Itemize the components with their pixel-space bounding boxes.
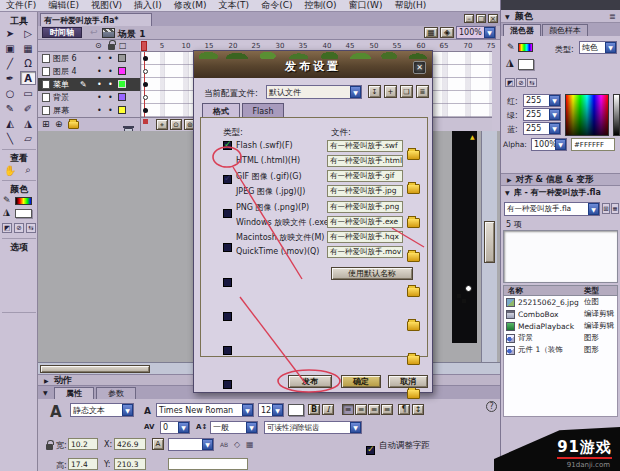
height-input[interactable]: 17.4	[68, 458, 98, 470]
keyframe-dot[interactable]	[143, 108, 148, 113]
layer-row[interactable]: 图层 4 • •	[38, 65, 140, 78]
url-link-input[interactable]	[168, 458, 248, 470]
layer-row[interactable]: 背景 • •	[38, 91, 140, 104]
format-checkbox-html[interactable]	[223, 175, 232, 184]
line-tool-icon[interactable]: ╱	[2, 56, 18, 70]
constrain-lock-icon[interactable]	[46, 444, 53, 450]
chevron-down-icon[interactable]: ▼	[549, 123, 560, 134]
menu-item-commands[interactable]: 命令(C)	[255, 0, 298, 12]
format-checkbox-windows[interactable]	[223, 312, 232, 321]
align-justify-button[interactable]: ≡	[381, 404, 393, 415]
chevron-down-icon[interactable]: ▼	[588, 203, 599, 215]
char-position-select[interactable]: 一般 ▼	[210, 421, 258, 434]
keyframe-dot[interactable]	[143, 82, 148, 87]
menu-item-file[interactable]: 文件(F)	[0, 0, 42, 12]
folder-browse-button[interactable]	[407, 184, 420, 194]
menu-item-view[interactable]: 视图(V)	[85, 0, 128, 12]
create-profile-button[interactable]: +	[384, 85, 397, 98]
edit-scene-icon[interactable]: ▦	[424, 27, 438, 38]
layer-name[interactable]: 屏幕	[53, 105, 69, 116]
library-item-row[interactable]: 元件 1（装饰 图形	[504, 344, 617, 356]
duplicate-profile-button[interactable]: ❏	[400, 85, 413, 98]
library-item-row[interactable]: MediaPlayback 编译剪辑	[504, 320, 617, 332]
menu-item-window[interactable]: 窗口(W)	[343, 0, 389, 12]
lock-dot[interactable]: •	[108, 80, 113, 89]
collapse-arrow-icon[interactable]: ▼	[505, 189, 510, 196]
letter-spacing-select[interactable]: 0 ▼	[160, 421, 190, 434]
collapse-arrow-icon[interactable]: ▼	[505, 13, 510, 20]
chevron-down-icon[interactable]: ▼	[178, 422, 189, 433]
menu-item-insert[interactable]: 插入(I)	[128, 0, 168, 12]
document-tab[interactable]: 有一种爱叫放手.fla*	[40, 13, 152, 26]
render-html-icon[interactable]: ◇	[234, 440, 240, 449]
tab-properties[interactable]: 属性	[54, 387, 94, 399]
file-input-flash[interactable]: 有一种爱叫放手.swf	[327, 140, 403, 152]
menu-item-text[interactable]: 文本(T)	[213, 0, 256, 12]
pencil-tool-icon[interactable]: ✎	[2, 101, 18, 115]
layer-name[interactable]: 图层 6	[53, 53, 77, 64]
no-color-icon[interactable]: ⊘	[14, 223, 24, 233]
format-checkbox-jpeg[interactable]	[223, 243, 232, 252]
lock-icon[interactable]	[108, 44, 115, 50]
visibility-dot[interactable]: •	[97, 80, 102, 89]
visibility-dot[interactable]: •	[97, 67, 102, 76]
layer-row[interactable]: 屏幕 • •	[38, 104, 140, 117]
insert-layer-button[interactable]: ⊞	[42, 119, 50, 129]
font-size-select[interactable]: 12 ▼	[258, 403, 284, 417]
chevron-down-icon[interactable]: ▼	[202, 439, 213, 450]
collapse-arrow-icon[interactable]: ▶	[44, 377, 49, 384]
layer-row[interactable]: 图层 6 • •	[38, 52, 140, 65]
bold-button[interactable]: B	[308, 404, 320, 415]
color-type-select[interactable]: 纯色 ▼	[579, 41, 617, 54]
menu-item-edit[interactable]: 编辑(E)	[42, 0, 85, 12]
fill-color-swatch[interactable]	[15, 209, 32, 218]
color-panel-header[interactable]: ▼ 颜色 ≣	[501, 10, 620, 23]
format-checkbox-quicktime[interactable]	[223, 380, 232, 389]
align-info-transform-bar[interactable]: ▶ 对齐 & 信息 & 变形	[501, 173, 620, 186]
timeline-toggle-button[interactable]: 时间轴	[42, 27, 82, 38]
align-center-button[interactable]: ≡	[355, 404, 367, 415]
default-colors-icon[interactable]: ◩	[2, 223, 12, 233]
center-frame-button[interactable]: ⌖	[156, 119, 168, 130]
hand-tool-icon[interactable]: ✋	[2, 163, 18, 177]
dialog-title-bar[interactable]: 发布设置 ✕	[194, 51, 432, 78]
column-header-name[interactable]: 名称	[508, 286, 523, 296]
column-header-type[interactable]: 类型	[584, 286, 599, 296]
restore-button[interactable]: □	[476, 14, 486, 23]
insert-layer-folder-button[interactable]	[68, 121, 79, 129]
oval-tool-icon[interactable]: ○	[2, 86, 18, 100]
layer-row-selected[interactable]: 菜单 ✎ • •	[38, 78, 140, 91]
chevron-down-icon[interactable]: ▼	[549, 95, 560, 106]
no-color-icon[interactable]: ⊘	[516, 78, 526, 87]
menu-item-control[interactable]: 控制(O)	[298, 0, 342, 12]
layer-color-swatch[interactable]	[118, 80, 126, 88]
chevron-down-icon[interactable]: ▼	[555, 139, 566, 150]
scrollbar-thumb[interactable]	[40, 365, 150, 373]
text-color-swatch[interactable]	[288, 404, 304, 416]
layer-color-swatch[interactable]	[118, 54, 126, 62]
fill-color-swatch[interactable]	[518, 59, 534, 70]
lock-dot[interactable]: •	[108, 106, 113, 115]
align-left-button[interactable]: ≡	[342, 404, 354, 415]
tab-flash[interactable]: Flash	[242, 103, 284, 118]
format-checkbox-macintosh[interactable]	[223, 346, 232, 355]
folder-browse-button[interactable]	[407, 321, 420, 331]
text-type-select[interactable]: 静态文本 ▼	[70, 403, 134, 417]
x-input[interactable]: 426.9	[114, 438, 146, 450]
file-input-quicktime[interactable]: 有一种爱叫放手.mov	[327, 246, 403, 258]
file-input-gif[interactable]: 有一种爱叫放手.gif	[327, 170, 403, 182]
chevron-down-icon[interactable]: ▼	[350, 422, 361, 433]
menu-item-help[interactable]: 帮助(H)	[388, 0, 432, 12]
link-button[interactable]: A	[152, 438, 164, 450]
help-icon[interactable]: ?	[486, 401, 497, 412]
free-transform-tool-icon[interactable]: ▣	[2, 41, 18, 55]
hex-color-input[interactable]: #FFFFFF	[571, 138, 615, 151]
visibility-dot[interactable]: •	[97, 106, 102, 115]
file-input-windows[interactable]: 有一种爱叫放手.exe	[327, 216, 403, 228]
visibility-dot[interactable]: •	[97, 93, 102, 102]
lock-dot[interactable]: •	[108, 54, 113, 63]
tab-color-mixer[interactable]: 混色器	[503, 24, 541, 36]
antialias-select[interactable]: 可读性消除锯齿 ▼	[264, 421, 362, 434]
red-input[interactable]: 255 ▼	[523, 94, 561, 107]
keyframe-dot[interactable]	[143, 95, 148, 100]
